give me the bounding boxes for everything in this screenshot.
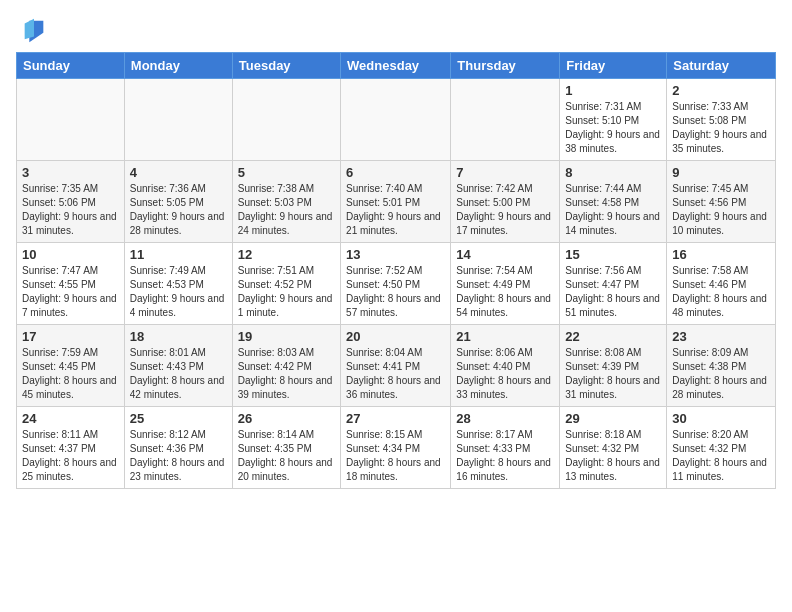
day-number: 8 — [565, 165, 661, 180]
day-number: 4 — [130, 165, 227, 180]
day-cell: 20Sunrise: 8:04 AM Sunset: 4:41 PM Dayli… — [341, 325, 451, 407]
day-header-sunday: Sunday — [17, 53, 125, 79]
day-info: Sunrise: 8:12 AM Sunset: 4:36 PM Dayligh… — [130, 428, 227, 484]
day-info: Sunrise: 7:56 AM Sunset: 4:47 PM Dayligh… — [565, 264, 661, 320]
calendar-header: SundayMondayTuesdayWednesdayThursdayFrid… — [17, 53, 776, 79]
day-info: Sunrise: 8:09 AM Sunset: 4:38 PM Dayligh… — [672, 346, 770, 402]
day-info: Sunrise: 7:47 AM Sunset: 4:55 PM Dayligh… — [22, 264, 119, 320]
day-number: 21 — [456, 329, 554, 344]
day-cell — [341, 79, 451, 161]
day-cell — [17, 79, 125, 161]
calendar-wrapper: SundayMondayTuesdayWednesdayThursdayFrid… — [0, 52, 792, 497]
day-info: Sunrise: 7:51 AM Sunset: 4:52 PM Dayligh… — [238, 264, 335, 320]
day-number: 22 — [565, 329, 661, 344]
days-of-week-row: SundayMondayTuesdayWednesdayThursdayFrid… — [17, 53, 776, 79]
day-info: Sunrise: 7:54 AM Sunset: 4:49 PM Dayligh… — [456, 264, 554, 320]
day-number: 3 — [22, 165, 119, 180]
day-cell: 3Sunrise: 7:35 AM Sunset: 5:06 PM Daylig… — [17, 161, 125, 243]
day-info: Sunrise: 8:15 AM Sunset: 4:34 PM Dayligh… — [346, 428, 445, 484]
day-header-monday: Monday — [124, 53, 232, 79]
week-row-3: 10Sunrise: 7:47 AM Sunset: 4:55 PM Dayli… — [17, 243, 776, 325]
day-number: 19 — [238, 329, 335, 344]
day-cell: 4Sunrise: 7:36 AM Sunset: 5:05 PM Daylig… — [124, 161, 232, 243]
day-info: Sunrise: 7:38 AM Sunset: 5:03 PM Dayligh… — [238, 182, 335, 238]
day-cell: 9Sunrise: 7:45 AM Sunset: 4:56 PM Daylig… — [667, 161, 776, 243]
day-number: 6 — [346, 165, 445, 180]
day-cell — [451, 79, 560, 161]
day-cell: 6Sunrise: 7:40 AM Sunset: 5:01 PM Daylig… — [341, 161, 451, 243]
day-cell: 11Sunrise: 7:49 AM Sunset: 4:53 PM Dayli… — [124, 243, 232, 325]
day-cell: 16Sunrise: 7:58 AM Sunset: 4:46 PM Dayli… — [667, 243, 776, 325]
day-number: 7 — [456, 165, 554, 180]
day-number: 20 — [346, 329, 445, 344]
week-row-1: 1Sunrise: 7:31 AM Sunset: 5:10 PM Daylig… — [17, 79, 776, 161]
day-cell: 14Sunrise: 7:54 AM Sunset: 4:49 PM Dayli… — [451, 243, 560, 325]
day-number: 14 — [456, 247, 554, 262]
day-cell: 30Sunrise: 8:20 AM Sunset: 4:32 PM Dayli… — [667, 407, 776, 489]
day-number: 24 — [22, 411, 119, 426]
day-cell: 19Sunrise: 8:03 AM Sunset: 4:42 PM Dayli… — [232, 325, 340, 407]
day-info: Sunrise: 7:35 AM Sunset: 5:06 PM Dayligh… — [22, 182, 119, 238]
day-cell: 24Sunrise: 8:11 AM Sunset: 4:37 PM Dayli… — [17, 407, 125, 489]
day-number: 2 — [672, 83, 770, 98]
day-info: Sunrise: 8:01 AM Sunset: 4:43 PM Dayligh… — [130, 346, 227, 402]
day-header-saturday: Saturday — [667, 53, 776, 79]
day-cell: 10Sunrise: 7:47 AM Sunset: 4:55 PM Dayli… — [17, 243, 125, 325]
day-info: Sunrise: 8:11 AM Sunset: 4:37 PM Dayligh… — [22, 428, 119, 484]
day-number: 16 — [672, 247, 770, 262]
day-info: Sunrise: 7:33 AM Sunset: 5:08 PM Dayligh… — [672, 100, 770, 156]
day-info: Sunrise: 7:58 AM Sunset: 4:46 PM Dayligh… — [672, 264, 770, 320]
day-cell: 29Sunrise: 8:18 AM Sunset: 4:32 PM Dayli… — [560, 407, 667, 489]
logo-icon — [20, 16, 48, 44]
day-info: Sunrise: 7:42 AM Sunset: 5:00 PM Dayligh… — [456, 182, 554, 238]
day-cell: 1Sunrise: 7:31 AM Sunset: 5:10 PM Daylig… — [560, 79, 667, 161]
day-cell — [232, 79, 340, 161]
day-cell: 2Sunrise: 7:33 AM Sunset: 5:08 PM Daylig… — [667, 79, 776, 161]
day-info: Sunrise: 8:18 AM Sunset: 4:32 PM Dayligh… — [565, 428, 661, 484]
day-number: 29 — [565, 411, 661, 426]
day-number: 5 — [238, 165, 335, 180]
day-cell: 21Sunrise: 8:06 AM Sunset: 4:40 PM Dayli… — [451, 325, 560, 407]
day-info: Sunrise: 8:08 AM Sunset: 4:39 PM Dayligh… — [565, 346, 661, 402]
day-info: Sunrise: 7:40 AM Sunset: 5:01 PM Dayligh… — [346, 182, 445, 238]
day-info: Sunrise: 8:17 AM Sunset: 4:33 PM Dayligh… — [456, 428, 554, 484]
day-number: 1 — [565, 83, 661, 98]
day-number: 17 — [22, 329, 119, 344]
week-row-4: 17Sunrise: 7:59 AM Sunset: 4:45 PM Dayli… — [17, 325, 776, 407]
day-number: 12 — [238, 247, 335, 262]
day-cell: 28Sunrise: 8:17 AM Sunset: 4:33 PM Dayli… — [451, 407, 560, 489]
day-info: Sunrise: 8:14 AM Sunset: 4:35 PM Dayligh… — [238, 428, 335, 484]
day-number: 26 — [238, 411, 335, 426]
week-row-5: 24Sunrise: 8:11 AM Sunset: 4:37 PM Dayli… — [17, 407, 776, 489]
day-cell: 13Sunrise: 7:52 AM Sunset: 4:50 PM Dayli… — [341, 243, 451, 325]
day-number: 11 — [130, 247, 227, 262]
logo — [20, 16, 48, 44]
day-cell: 27Sunrise: 8:15 AM Sunset: 4:34 PM Dayli… — [341, 407, 451, 489]
day-number: 23 — [672, 329, 770, 344]
day-number: 28 — [456, 411, 554, 426]
day-cell: 17Sunrise: 7:59 AM Sunset: 4:45 PM Dayli… — [17, 325, 125, 407]
day-info: Sunrise: 8:04 AM Sunset: 4:41 PM Dayligh… — [346, 346, 445, 402]
day-info: Sunrise: 7:59 AM Sunset: 4:45 PM Dayligh… — [22, 346, 119, 402]
day-cell: 18Sunrise: 8:01 AM Sunset: 4:43 PM Dayli… — [124, 325, 232, 407]
day-number: 15 — [565, 247, 661, 262]
day-cell: 8Sunrise: 7:44 AM Sunset: 4:58 PM Daylig… — [560, 161, 667, 243]
day-info: Sunrise: 7:36 AM Sunset: 5:05 PM Dayligh… — [130, 182, 227, 238]
day-number: 25 — [130, 411, 227, 426]
day-info: Sunrise: 7:44 AM Sunset: 4:58 PM Dayligh… — [565, 182, 661, 238]
day-cell: 7Sunrise: 7:42 AM Sunset: 5:00 PM Daylig… — [451, 161, 560, 243]
day-number: 13 — [346, 247, 445, 262]
day-cell: 15Sunrise: 7:56 AM Sunset: 4:47 PM Dayli… — [560, 243, 667, 325]
day-number: 9 — [672, 165, 770, 180]
day-number: 30 — [672, 411, 770, 426]
page-header — [0, 0, 792, 52]
day-cell: 23Sunrise: 8:09 AM Sunset: 4:38 PM Dayli… — [667, 325, 776, 407]
day-info: Sunrise: 8:20 AM Sunset: 4:32 PM Dayligh… — [672, 428, 770, 484]
day-cell: 12Sunrise: 7:51 AM Sunset: 4:52 PM Dayli… — [232, 243, 340, 325]
week-row-2: 3Sunrise: 7:35 AM Sunset: 5:06 PM Daylig… — [17, 161, 776, 243]
day-number: 18 — [130, 329, 227, 344]
day-info: Sunrise: 8:06 AM Sunset: 4:40 PM Dayligh… — [456, 346, 554, 402]
day-cell: 26Sunrise: 8:14 AM Sunset: 4:35 PM Dayli… — [232, 407, 340, 489]
day-header-friday: Friday — [560, 53, 667, 79]
day-info: Sunrise: 7:31 AM Sunset: 5:10 PM Dayligh… — [565, 100, 661, 156]
